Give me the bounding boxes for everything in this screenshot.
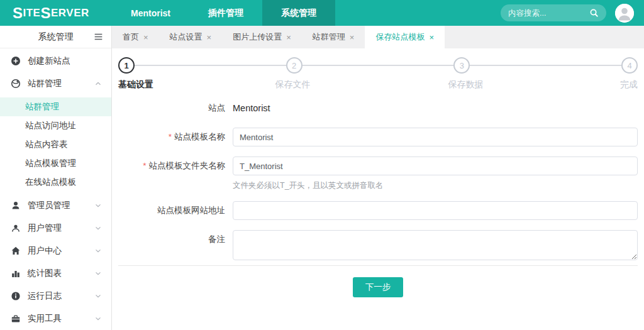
close-icon[interactable]: × [143, 33, 148, 42]
user-icon [615, 4, 634, 23]
save-template-form: 站点 Mentorist *站点模板名称 *站点模板文件夹名称 [118, 99, 638, 263]
close-icon[interactable]: × [207, 33, 212, 42]
tab-home[interactable]: 首页 × [112, 26, 159, 48]
sidebar-item-label: 管理员管理 [28, 200, 70, 211]
sidebar-item-label: 创建新站点 [28, 55, 70, 67]
sidebar-item-utilities[interactable]: 实用工具 [0, 307, 111, 330]
step-label-save-data: 保存数据 [448, 79, 484, 91]
step-circle-3: 3 [453, 57, 470, 74]
required-marker: * [143, 161, 146, 170]
sidebar-item-label: 用户管理 [28, 223, 62, 234]
template-name-label: *站点模板名称 [118, 128, 233, 146]
chevron-down-icon [94, 224, 103, 233]
required-marker: * [169, 132, 172, 141]
sidebar-subitem-site-template-mgmt[interactable]: 站点模板管理 [0, 154, 111, 173]
template-name-input[interactable] [233, 128, 638, 146]
chevron-up-icon [94, 79, 103, 88]
sidebar-menu: 创建新站点 站群管理 站群管理 站点访问地址 站点内容表 站点模板管理 在线站点… [0, 48, 111, 330]
tab-save-site-template[interactable]: 保存站点模板 × [365, 26, 445, 48]
step-connector [470, 65, 621, 66]
sidebar-subitem-site-access-url[interactable]: 站点访问地址 [0, 116, 111, 135]
sidebar-item-label: 用户中心 [28, 245, 62, 256]
chevron-down-icon [94, 201, 103, 210]
step-label-done: 完成 [620, 79, 638, 91]
step-label-basic-settings: 基础设置 [118, 79, 153, 91]
toolbox-icon [11, 314, 21, 324]
site-url-label: 站点模板网站地址 [118, 201, 233, 220]
search-input[interactable] [508, 9, 589, 18]
sidebar-item-run-logs[interactable]: 运行日志 [0, 285, 111, 307]
sidebar-item-user-center[interactable]: 用户中心 [0, 239, 111, 262]
step-connector [303, 65, 454, 66]
sidebar-subitem-site-content-table[interactable]: 站点内容表 [0, 135, 111, 154]
nav-item-plugins[interactable]: 插件管理 [189, 0, 262, 26]
form-row-site: 站点 Mentorist [118, 99, 638, 118]
sidebar-item-site-group[interactable]: 站群管理 [0, 72, 111, 95]
sidebar-item-label: 运行日志 [28, 290, 62, 302]
tab-site-settings[interactable]: 站点设置 × [159, 26, 223, 48]
user-icon [11, 223, 21, 233]
step-circle-4: 4 [621, 57, 638, 74]
close-icon[interactable]: × [429, 33, 434, 42]
tab-image-upload-settings[interactable]: 图片上传设置 × [222, 26, 302, 48]
top-nav: Mentorist 插件管理 系统管理 [112, 0, 335, 26]
form-actions: 下一步 [118, 266, 638, 297]
sidebar-item-label: 实用工具 [28, 313, 62, 324]
app-logo: SITESERVER [0, 0, 112, 26]
step-connector [135, 65, 286, 66]
site-url-input[interactable] [233, 201, 638, 220]
sidebar-item-user-mgmt[interactable]: 用户管理 [0, 217, 111, 239]
tab-site-group-mgmt[interactable]: 站群管理 × [302, 26, 365, 48]
menu-collapse-icon[interactable] [93, 31, 104, 42]
sidebar-subitem-site-group-mgmt[interactable]: 站群管理 [0, 97, 111, 116]
nav-item-mentorist[interactable]: Mentorist [112, 0, 189, 26]
chevron-down-icon [94, 292, 103, 300]
folder-name-label: *站点模板文件夹名称 [118, 157, 233, 175]
bar-chart-icon [11, 268, 21, 278]
sidebar-item-admin-mgmt[interactable]: 管理员管理 [0, 194, 111, 217]
step-circle-1: 1 [118, 57, 135, 74]
chevron-down-icon [94, 314, 103, 323]
sidebar-item-statistics[interactable]: 统计图表 [0, 262, 111, 285]
site-value: Mentorist [233, 99, 638, 118]
sidebar-item-create-site[interactable]: 创建新站点 [0, 50, 111, 72]
form-row-remark: 备注 [118, 230, 638, 263]
next-step-button[interactable]: 下一步 [353, 277, 404, 297]
logo-text: S [13, 6, 23, 21]
globe-icon [11, 79, 21, 89]
page-content: 1 2 3 4 基础设置 保存文件 保存数据 完成 站点 [112, 48, 644, 330]
form-row-template-name: *站点模板名称 [118, 128, 638, 146]
remark-textarea[interactable] [233, 230, 638, 260]
sidebar-title: 系统管理 [38, 31, 74, 43]
folder-name-input[interactable] [233, 157, 638, 175]
sidebar-item-label: 站群管理 [28, 78, 62, 89]
step-label-save-files: 保存文件 [275, 79, 311, 91]
close-icon[interactable]: × [286, 33, 291, 42]
site-group-submenu: 站群管理 站点访问地址 站点内容表 站点模板管理 在线站点模板 [0, 95, 111, 194]
plus-circle-icon [11, 56, 21, 66]
admin-user-icon [11, 201, 21, 211]
tab-bar: 首页 × 站点设置 × 图片上传设置 × 站群管理 × 保存站点模板 × [112, 26, 644, 48]
site-label: 站点 [118, 99, 233, 118]
sidebar: 系统管理 创建新站点 站群管理 站群 [0, 26, 112, 330]
search-icon[interactable] [589, 8, 599, 18]
remark-label: 备注 [118, 230, 233, 249]
avatar[interactable] [615, 4, 634, 23]
form-row-site-url: 站点模板网站地址 [118, 201, 638, 220]
content-search [501, 4, 606, 21]
form-row-folder-name: *站点模板文件夹名称 文件夹必须以T_开头，且以英文或拼音取名 [118, 157, 638, 191]
close-icon[interactable]: × [350, 33, 355, 42]
chevron-down-icon [94, 269, 103, 278]
step-circle-2: 2 [286, 57, 303, 74]
wizard-stepper: 1 2 3 4 基础设置 保存文件 保存数据 完成 [118, 57, 638, 91]
folder-name-help: 文件夹必须以T_开头，且以英文或拼音取名 [233, 180, 638, 191]
info-icon [11, 291, 21, 301]
sidebar-header: 系统管理 [0, 26, 111, 48]
sidebar-item-label: 统计图表 [28, 268, 62, 279]
home-icon [11, 246, 21, 256]
chevron-down-icon [94, 246, 103, 255]
sidebar-subitem-online-site-template[interactable]: 在线站点模板 [0, 173, 111, 192]
nav-item-system[interactable]: 系统管理 [262, 0, 335, 26]
app-header: SITESERVER Mentorist 插件管理 系统管理 [0, 0, 644, 26]
header-right [501, 0, 644, 26]
